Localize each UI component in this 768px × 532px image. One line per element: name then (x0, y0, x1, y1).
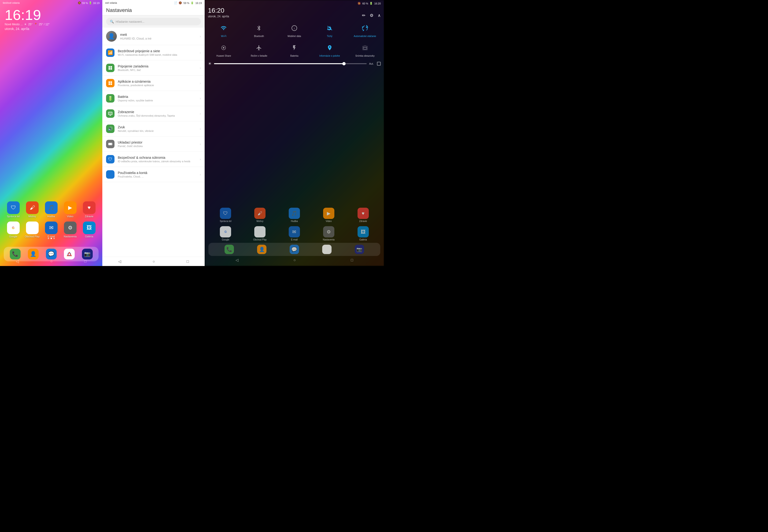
shade-label-motiwy: Motívy (256, 220, 263, 222)
shade-dock-phone-icon: 📞 (225, 245, 234, 254)
tile-wifi-label: Wi-Fi (221, 35, 226, 38)
shade-icon-google: G (220, 226, 231, 237)
shade-app-play[interactable]: ▶ Obchod Play (252, 226, 267, 241)
shade-dock-phone[interactable]: 📞 (222, 245, 237, 254)
shade-dock-chrome[interactable]: ◎ (319, 245, 334, 254)
settings-sub-network: Wi-Fi, nastavenia duálnych SIM kariet, m… (118, 53, 196, 56)
app-motiwy[interactable]: 🖌 Motívy (24, 201, 40, 218)
settings-item-storage[interactable]: Ukladací priestor Pamäť, čistič úložiska… (102, 137, 205, 152)
app-spravca-tel[interactable]: 🛡 Správca tel (5, 201, 21, 218)
settings-search-placeholder: Hľadanie nastavení... (116, 20, 144, 23)
settings-item-battery[interactable]: 🔋 Batéria Úsporný režim, využitie batéri… (102, 91, 205, 106)
app-label-hudba: Hudba (47, 215, 55, 218)
tile-huawei-share-label: Huawei Share (216, 55, 231, 57)
shade-dock-messages[interactable]: 💬 (287, 245, 302, 254)
nav-back-btn[interactable]: ◁ (16, 259, 19, 264)
shade-app-video[interactable]: ▶ Video (321, 208, 336, 222)
home-app-row-2: G Google ▶ Obchod Play ✉ E-mail ⚙ Nastav… (4, 222, 99, 238)
settings-nav-back[interactable]: ◁ (118, 259, 121, 264)
app-play[interactable]: ▶ Obchod Play (24, 222, 40, 238)
settings-text-apps: Aplikácie a oznámenia Povolenia, predvol… (118, 80, 196, 87)
tile-wifi[interactable]: Wi-Fi (206, 20, 241, 40)
user-avatar: 👤 (106, 31, 117, 42)
shade-label-video: Video (326, 220, 332, 222)
shade-nav-recents[interactable]: □ (351, 258, 353, 262)
svg-rect-4 (109, 68, 110, 70)
settings-search[interactable]: 🔍 Hľadanie nastavení... (106, 18, 201, 25)
shade-home-apps: 🛡 Správca tel 🖌 Motívy 🎵 Hudba ▶ Video ♥ (205, 68, 384, 266)
shade-dock-messages-icon: 💬 (290, 245, 299, 254)
tile-bluetooth[interactable]: Bluetooth (241, 20, 277, 40)
chevron-battery: › (200, 96, 201, 100)
shade-dock-camera-icon: 📷 (355, 245, 364, 254)
settings-item-sound[interactable]: 🔊 Zvuk Nerušiť, vyzváňací tón, vibrácie … (102, 121, 205, 137)
settings-text-display: Zobrazenie Ochrana zraku, Štýl domovskej… (118, 110, 196, 117)
shade-edit-icon[interactable]: ✏ (362, 13, 366, 18)
settings-item-apps[interactable]: Aplikácie a oznámenia Povolenia, predvol… (102, 76, 205, 91)
shade-app-google[interactable]: G Google (218, 226, 233, 241)
tile-location[interactable]: Informácie o polohe (312, 40, 347, 59)
settings-item-security[interactable]: 🛡 Bezpečnosť & ochrana súkromia ID odtla… (102, 152, 205, 167)
shade-dock-chrome-icon: ◎ (322, 245, 332, 254)
shade-nav-home[interactable]: ○ (293, 258, 296, 262)
app-icon-hudba: 🎵 (45, 201, 58, 214)
settings-sub-security: ID odtlačku prsta, odomknutie tvárou, zá… (118, 160, 196, 163)
settings-text-battery: Batéria Úsporný režim, využitie batérie (118, 95, 196, 102)
app-settings[interactable]: ⚙ Nastavenia (62, 222, 78, 238)
shade-nav-back[interactable]: ◁ (236, 258, 238, 262)
tile-screenshot[interactable]: Snímka obrazovky (347, 40, 383, 59)
home-status-left: tiesňové volania (3, 2, 20, 4)
chevron-accounts: › (200, 173, 201, 176)
tile-airplane[interactable]: Režim v lietadle (241, 40, 277, 59)
shade-app-hudba[interactable]: 🎵 Hudba (287, 208, 302, 222)
shade-dock-camera[interactable]: 📷 (352, 245, 367, 254)
settings-item-network[interactable]: 📶 Bezdrôtové pripojenie a siete Wi-Fi, n… (102, 45, 205, 60)
tile-bluetooth-icon-wrap (254, 23, 264, 33)
svg-rect-5 (111, 68, 112, 70)
settings-user-row[interactable]: 👤 mett HUAWEI ID, Cloud, a iné › (102, 28, 205, 45)
app-video[interactable]: ▶ Video (62, 201, 78, 218)
shade-app-spravca[interactable]: 🛡 Správca tel (218, 208, 233, 222)
shade-app-motiwy[interactable]: 🖌 Motívy (252, 208, 267, 222)
settings-time: 16:19 (195, 2, 202, 4)
tile-mobile-data-label: Mobilné dáta (288, 35, 301, 38)
home-nav-bar: ◁ ○ □ (0, 257, 102, 266)
settings-nav-recents[interactable]: □ (187, 259, 189, 264)
tile-huawei-share[interactable]: Huawei Share (206, 40, 241, 59)
tile-silent[interactable]: Tichý (312, 20, 347, 40)
settings-item-display[interactable]: Zobrazenie Ochrana zraku, Štýl domovskej… (102, 106, 205, 121)
shade-apps-row-1: 🛡 Správca tel 🖌 Motívy 🎵 Hudba ▶ Video ♥ (205, 206, 384, 224)
tile-rotate[interactable]: Automatické otáčanie (347, 20, 383, 40)
user-sub: HUAWEI ID, Cloud, a iné (120, 37, 151, 40)
svg-rect-7 (111, 81, 112, 83)
app-google[interactable]: G Google (5, 222, 21, 238)
tile-flashlight[interactable]: Baterka (277, 40, 312, 59)
shade-app-zdravie[interactable]: ♥ Zdravie (356, 208, 371, 222)
shade-settings-icon[interactable]: ⚙ (370, 13, 373, 18)
tile-mobile-data-icon-wrap: 1 (289, 23, 300, 33)
shade-app-email[interactable]: ✉ E-mail (287, 226, 302, 241)
tile-mobile-data[interactable]: 1 Mobilné dáta (277, 20, 312, 40)
brightness-auto-checkbox[interactable] (377, 62, 381, 66)
app-email[interactable]: ✉ E-mail (43, 222, 59, 238)
shade-collapse-icon[interactable]: ∧ (378, 13, 381, 18)
settings-title-network: Bezdrôtové pripojenie a siete (118, 49, 196, 53)
settings-nav-bar: ◁ ○ □ (102, 257, 205, 266)
shade-app-nastavenia[interactable]: ⚙ Nastavenia (321, 226, 336, 241)
settings-icon-sound: 🔊 (106, 125, 114, 133)
settings-item-accounts[interactable]: 👤 Používatelia a kontá Používatelia, Clo… (102, 167, 205, 182)
shade-dock-contacts[interactable]: 👤 (254, 245, 269, 254)
shade-dock-contacts-icon: 👤 (257, 245, 266, 254)
settings-item-device[interactable]: Pripojenie zariadenia Bluetooth, NFC, tl… (102, 60, 205, 76)
app-hudba[interactable]: 🎵 Hudba (43, 201, 59, 218)
shade-label-galeria: Galéria (359, 238, 367, 241)
nav-recents-btn[interactable]: □ (84, 259, 87, 263)
shade-app-galeria[interactable]: 🖼 Galéria (356, 226, 371, 241)
settings-sub-sound: Nerušiť, vyzváňací tón, vibrácie (118, 129, 196, 132)
app-zdravie[interactable]: ♥ Zdravie (81, 201, 97, 218)
svg-text:1: 1 (294, 27, 295, 30)
brightness-slider[interactable] (214, 63, 367, 64)
settings-nav-home[interactable]: ○ (153, 259, 155, 264)
app-gallery[interactable]: 🖼 Galéria (81, 222, 97, 238)
nav-home-btn[interactable]: ○ (50, 259, 53, 263)
